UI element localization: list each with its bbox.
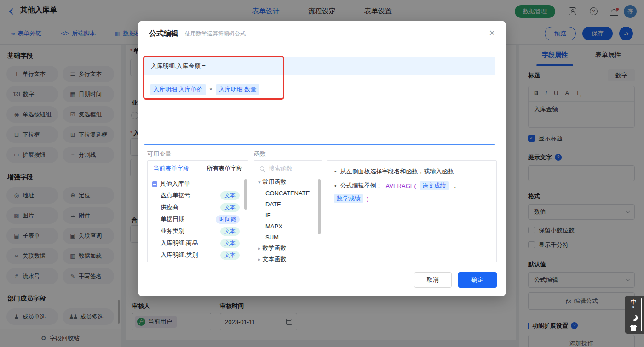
function-label: CONCATENATE [265, 190, 310, 197]
widget-scrollbar [641, 298, 642, 331]
function-label: 常用函数 [263, 178, 287, 186]
functions-panel: 常用函数 CONCATENATE DATE IF MAP [254, 160, 322, 262]
variable-row[interactable]: 入库明细.商品 文本 [148, 237, 248, 249]
example-token-math: 数学成绩 [334, 194, 363, 203]
tip-line-2: • 公式编辑举例： AVERAGE( 语文成绩 ， 数学成绩 ) [334, 181, 489, 203]
variables-label: 可用变量 [147, 150, 171, 158]
formula-target-strip: 入库明细.入库金额 = [144, 57, 495, 75]
variables-panel: 当前表单字段 所有表单字段 其他入库单 盘点单据号 文本 供应商 文本 [147, 160, 248, 262]
language-toggle[interactable]: 中ɔ [631, 299, 637, 309]
function-row[interactable]: 常用函数 [254, 176, 322, 188]
variable-name: 业务类别 [161, 227, 184, 235]
tips-panel: • 从左侧面板选择字段名和函数，或输入函数 • 公式编辑举例： AVERAGE(… [327, 160, 497, 262]
modal-title: 公式编辑 [149, 29, 178, 39]
variable-type-tag: 文本 [220, 227, 240, 236]
variable-name: 供应商 [161, 203, 178, 211]
close-paren-text: ) [367, 195, 368, 202]
search-icon [260, 166, 264, 171]
tip-line-1: • 从左侧面板选择字段名和函数，或输入函数 [334, 167, 489, 176]
function-row[interactable]: IF [254, 210, 322, 221]
variable-name: 单据日期 [161, 215, 184, 223]
variable-name: 入库明细.类别 [161, 251, 198, 259]
tree-root-label: 其他入库单 [160, 180, 190, 188]
variable-row[interactable]: 业务类别 文本 [148, 225, 248, 237]
bullet: • [334, 168, 337, 175]
tab-current-form-fields[interactable]: 当前表单字段 [153, 165, 189, 173]
function-label: MAPX [265, 223, 282, 230]
tips-content: • 从左侧面板选择字段名和函数，或输入函数 • 公式编辑举例： AVERAGE(… [327, 161, 496, 215]
confirm-button[interactable]: 确定 [458, 272, 497, 288]
variable-type-tag: 文本 [220, 239, 240, 248]
formula-edit-modal: 公式编辑 使用数学运算符编辑公式 × 入库明细.入库金额 = 入库明细.入库单价… [138, 21, 506, 296]
tab-all-form-fields[interactable]: 所有表单字段 [207, 165, 242, 173]
formula-editor[interactable]: 入库明细.入库金额 = 入库明细.入库单价 * 入库明细.数量 [144, 57, 495, 145]
function-list: 常用函数 CONCATENATE DATE IF MAP [254, 176, 322, 262]
app-window: 其他入库单 表单设计 流程设定 表单设置 数据管理 ? 存 ∞ 表单外链 [0, 0, 644, 347]
functions-label: 函数 [254, 150, 266, 158]
function-row[interactable]: 文本函数 [254, 254, 322, 262]
average-function-text: AVERAGE( [386, 182, 416, 189]
variable-type-tag: 时间戳 [216, 215, 240, 224]
variables-scrollbar[interactable] [244, 179, 247, 210]
function-row[interactable]: MAPX [254, 221, 322, 232]
function-search [254, 161, 322, 176]
variables-tree-root[interactable]: 其他入库单 [148, 176, 248, 189]
function-row[interactable]: DATE [254, 199, 322, 210]
function-label: DATE [265, 201, 281, 208]
variable-name: 盘点单据号 [161, 191, 190, 199]
floating-widget: 中ɔ [625, 296, 644, 334]
function-label: 数学函数 [263, 244, 287, 252]
function-search-input[interactable] [268, 165, 309, 172]
form-doc-icon [152, 181, 157, 187]
variable-row[interactable]: 盘点单据号 文本 [148, 189, 248, 201]
formula-target: 入库明细.入库金额 = [151, 62, 206, 70]
variable-type-tag: 文本 [220, 251, 240, 260]
function-label: 文本函数 [263, 255, 287, 262]
variable-row[interactable]: 供应商 文本 [148, 201, 248, 213]
modal-header: 公式编辑 使用数学运算符编辑公式 [138, 21, 506, 47]
functions-scrollbar[interactable] [318, 179, 321, 234]
variable-type-tag: 文本 [220, 191, 240, 200]
formula-token-unit-price[interactable]: 入库明细.入库单价 [150, 84, 206, 95]
function-label: IF [265, 212, 271, 219]
cancel-button[interactable]: 取消 [414, 272, 452, 288]
function-row[interactable]: CONCATENATE [254, 188, 322, 199]
variable-name: 入库明细.商品 [161, 239, 198, 247]
theme-shirt-icon[interactable] [630, 325, 637, 331]
variable-row[interactable]: 入库明细.类别 文本 [148, 249, 248, 261]
variable-row[interactable]: 单据日期 时间戳 [148, 213, 248, 225]
close-icon[interactable]: × [489, 28, 495, 38]
modal-footer: 取消 确定 [138, 272, 506, 288]
formula-operator: * [210, 86, 212, 93]
bullet: • [334, 182, 337, 189]
formula-token-quantity[interactable]: 入库明细.数量 [216, 84, 260, 95]
variables-tabs: 当前表单字段 所有表单字段 [148, 161, 248, 176]
example-token-chinese: 语文成绩 [420, 181, 448, 190]
variable-type-tag: 文本 [220, 203, 240, 212]
variable-list: 盘点单据号 文本 供应商 文本 单据日期 时间戳 业务类别 [148, 189, 248, 261]
function-row[interactable]: 数学函数 [254, 243, 322, 254]
dark-mode-icon[interactable] [629, 313, 636, 320]
function-row[interactable]: SUM [254, 232, 322, 243]
formula-expression: 入库明细.入库单价 * 入库明细.数量 [144, 75, 495, 95]
function-label: SUM [265, 234, 279, 241]
modal-subtitle: 使用数学运算符编辑公式 [185, 30, 246, 38]
switch-arrow-icon: ɔ [631, 305, 637, 309]
